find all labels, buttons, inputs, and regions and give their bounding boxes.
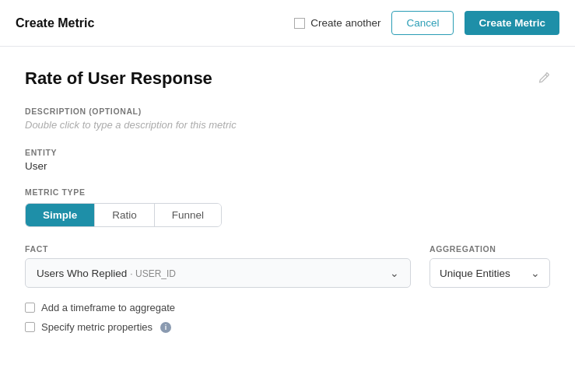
page-title: Create Metric bbox=[16, 16, 94, 30]
timeframe-checkbox[interactable] bbox=[25, 303, 35, 313]
create-metric-button[interactable]: Create Metric bbox=[465, 11, 559, 35]
fact-agg-row: FACT Users Who Replied· USER_ID ⌄ AGGREG… bbox=[25, 244, 550, 288]
metric-type-funnel[interactable]: Funnel bbox=[155, 204, 221, 226]
fact-label: FACT bbox=[25, 244, 411, 254]
cancel-button[interactable]: Cancel bbox=[391, 11, 454, 35]
metric-title-row: Rate of User Response bbox=[25, 68, 550, 89]
metric-type-label: METRIC TYPE bbox=[25, 187, 550, 197]
aggregation-select[interactable]: Unique Entities ⌄ bbox=[429, 258, 550, 288]
metric-type-ratio[interactable]: Ratio bbox=[95, 204, 155, 226]
create-another-label: Create another bbox=[310, 17, 380, 29]
timeframe-row: Add a timeframe to aggregate bbox=[25, 302, 550, 313]
agg-chevron-icon: ⌄ bbox=[531, 267, 540, 279]
specify-checkbox[interactable] bbox=[25, 322, 35, 332]
edit-icon[interactable] bbox=[536, 72, 550, 89]
aggregation-value: Unique Entities bbox=[440, 268, 510, 279]
fact-value: Users Who Replied bbox=[37, 268, 127, 279]
entity-label: ENTITY bbox=[25, 148, 550, 157]
metric-type-buttons: Simple Ratio Funnel bbox=[25, 203, 222, 227]
header-actions: Create another Cancel Create Metric bbox=[294, 11, 559, 35]
aggregation-label: AGGREGATION bbox=[429, 244, 550, 254]
metric-type-section: METRIC TYPE Simple Ratio Funnel bbox=[25, 187, 550, 227]
aggregation-section: AGGREGATION Unique Entities ⌄ bbox=[429, 244, 550, 288]
specify-row: Specify metric properties i bbox=[25, 321, 550, 333]
entity-value: User bbox=[25, 160, 550, 172]
fact-select-text: Users Who Replied· USER_ID bbox=[37, 268, 176, 279]
fact-chevron-icon: ⌄ bbox=[390, 267, 399, 279]
create-another-wrap[interactable]: Create another bbox=[294, 17, 380, 29]
fact-section: FACT Users Who Replied· USER_ID ⌄ bbox=[25, 244, 411, 288]
fact-id: · USER_ID bbox=[130, 268, 176, 279]
entity-section: ENTITY User bbox=[25, 148, 550, 172]
timeframe-label: Add a timeframe to aggregate bbox=[41, 302, 175, 313]
info-icon[interactable]: i bbox=[160, 322, 171, 333]
header: Create Metric Create another Cancel Crea… bbox=[0, 0, 575, 47]
main-content: Rate of User Response DESCRIPTION (OPTIO… bbox=[0, 47, 575, 359]
fact-select[interactable]: Users Who Replied· USER_ID ⌄ bbox=[25, 258, 411, 288]
description-section: DESCRIPTION (OPTIONAL) Double click to t… bbox=[25, 107, 550, 131]
specify-label: Specify metric properties bbox=[41, 321, 153, 333]
create-another-checkbox[interactable] bbox=[294, 18, 305, 29]
description-placeholder[interactable]: Double click to type a description for t… bbox=[25, 119, 550, 131]
metric-name: Rate of User Response bbox=[25, 68, 212, 89]
description-label: DESCRIPTION (OPTIONAL) bbox=[25, 107, 550, 116]
metric-type-simple[interactable]: Simple bbox=[26, 204, 95, 226]
